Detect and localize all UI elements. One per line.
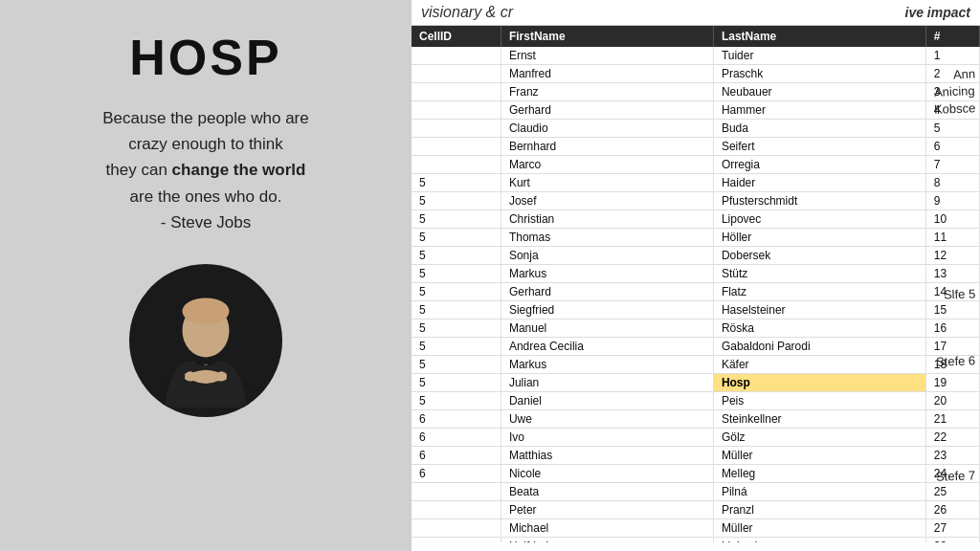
cell-num: 4 xyxy=(925,101,979,120)
cell-id xyxy=(412,519,501,538)
cell-id: 6 xyxy=(412,410,501,429)
cell-id xyxy=(412,120,501,138)
cell-num: 22 xyxy=(925,429,979,447)
cell-firstname: Claudio xyxy=(501,120,713,138)
cell-num: 20 xyxy=(925,392,979,410)
hosp-title: HOSP xyxy=(129,29,281,86)
table-row: 6UweSteinkellner21 xyxy=(412,410,980,429)
avatar xyxy=(129,264,282,417)
person-silhouette-icon xyxy=(139,274,273,408)
cell-num: 24 xyxy=(925,465,979,483)
table-row: PeterPranzl26 xyxy=(412,501,980,519)
cell-lastname: Neubauer xyxy=(713,83,925,101)
cell-num: 8 xyxy=(925,174,979,192)
cell-id: 5 xyxy=(412,338,501,356)
cell-num: 6 xyxy=(925,138,979,156)
cell-num: 21 xyxy=(925,410,979,429)
table-row: 5SonjaDobersek12 xyxy=(412,247,980,265)
cell-firstname: Markus xyxy=(501,265,713,283)
table-header-row: CellID FirstName LastName # xyxy=(412,26,980,47)
cell-id: 6 xyxy=(412,465,501,483)
cell-num: 18 xyxy=(925,356,979,374)
cell-firstname: Michael xyxy=(501,519,713,538)
cell-id: 5 xyxy=(412,320,501,338)
cell-id: 5 xyxy=(412,192,501,210)
cell-num: 10 xyxy=(925,210,979,229)
table-row: 5KurtHaider8 xyxy=(412,174,980,192)
cell-firstname: Peter xyxy=(501,501,713,519)
table-row: GerhardHammer4 xyxy=(412,101,980,120)
table-row: ManfredPraschk2 xyxy=(412,65,980,83)
cell-lastname: Lipovec xyxy=(713,210,925,229)
table-row: 5MarkusStütz13 xyxy=(412,265,980,283)
cell-lastname: Haselsteiner xyxy=(713,301,925,320)
cell-id: 6 xyxy=(412,447,501,465)
cell-num: 27 xyxy=(925,519,979,538)
quote-line1: Because the people who are xyxy=(102,109,309,127)
cell-num: 28 xyxy=(925,538,979,543)
cell-id xyxy=(412,138,501,156)
cell-num: 5 xyxy=(925,120,979,138)
table-row: 5ManuelRöska16 xyxy=(412,320,980,338)
cell-firstname: Kurt xyxy=(501,174,713,192)
cell-lastname: Käfer xyxy=(713,356,925,374)
cell-lastname: Haider xyxy=(713,174,925,192)
cell-num: 17 xyxy=(925,338,979,356)
cell-num: 14 xyxy=(925,283,979,301)
cell-id xyxy=(412,47,501,65)
cell-lastname: Buda xyxy=(713,120,925,138)
table-row: 5GerhardFlatz14 xyxy=(412,283,980,301)
cell-firstname: Marco xyxy=(501,156,713,174)
cell-lastname: Hammer xyxy=(713,101,925,120)
cell-lastname: Pilná xyxy=(713,483,925,501)
cell-num: 7 xyxy=(925,156,979,174)
cell-firstname: Helfried xyxy=(501,538,713,543)
cell-id xyxy=(412,501,501,519)
cell-lastname: Steinkellner xyxy=(713,410,925,429)
cell-id: 6 xyxy=(412,429,501,447)
cell-firstname: Beata xyxy=(501,483,713,501)
top-bar-right-text: ive impact xyxy=(905,5,970,20)
cell-id: 5 xyxy=(412,356,501,374)
cell-lastname: Hosp xyxy=(713,374,925,392)
cell-lastname: Liebscher xyxy=(713,538,925,543)
right-panel: visionary & cr ive impact CellID FirstNa… xyxy=(412,0,980,551)
quote-bold: change the world xyxy=(172,161,306,179)
top-bar-left-text: visionary & cr xyxy=(421,4,513,21)
cell-num: 13 xyxy=(925,265,979,283)
cell-lastname: Seifert xyxy=(713,138,925,156)
cell-id: 5 xyxy=(412,301,501,320)
table-container[interactable]: CellID FirstName LastName # ErnstTuider1… xyxy=(412,26,980,542)
cell-lastname: Pfusterschmidt xyxy=(713,192,925,210)
table-row: MichaelMüller27 xyxy=(412,519,980,538)
cell-id xyxy=(412,483,501,501)
cell-firstname: Nicole xyxy=(501,465,713,483)
data-table: CellID FirstName LastName # ErnstTuider1… xyxy=(412,26,980,542)
cell-id xyxy=(412,83,501,101)
cell-lastname: Pranzl xyxy=(713,501,925,519)
cell-firstname: Gerhard xyxy=(501,101,713,120)
table-row: MarcoOrregia7 xyxy=(412,156,980,174)
cell-lastname: Röska xyxy=(713,320,925,338)
cell-lastname: Melleg xyxy=(713,465,925,483)
cell-firstname: Markus xyxy=(501,356,713,374)
quote-text: Because the people who are crazy enough … xyxy=(102,105,309,235)
cell-firstname: Andrea Cecilia xyxy=(501,338,713,356)
cell-lastname: Müller xyxy=(713,447,925,465)
table-row: 6NicoleMelleg24 xyxy=(412,465,980,483)
cell-id xyxy=(412,538,501,543)
table-row: FranzNeubauer3 xyxy=(412,83,980,101)
table-row: 5Andrea CeciliaGabaldoni Parodi17 xyxy=(412,338,980,356)
cell-id: 5 xyxy=(412,392,501,410)
cell-firstname: Thomas xyxy=(501,229,713,247)
table-row: 5SiegfriedHaselsteiner15 xyxy=(412,301,980,320)
cell-lastname: Flatz xyxy=(713,283,925,301)
cell-num: 9 xyxy=(925,192,979,210)
svg-point-3 xyxy=(183,298,230,324)
table-row: 5DanielPeis20 xyxy=(412,392,980,410)
cell-id: 5 xyxy=(412,265,501,283)
cell-firstname: Julian xyxy=(501,374,713,392)
cell-firstname: Siegfried xyxy=(501,301,713,320)
cell-num: 11 xyxy=(925,229,979,247)
cell-id: 5 xyxy=(412,374,501,392)
